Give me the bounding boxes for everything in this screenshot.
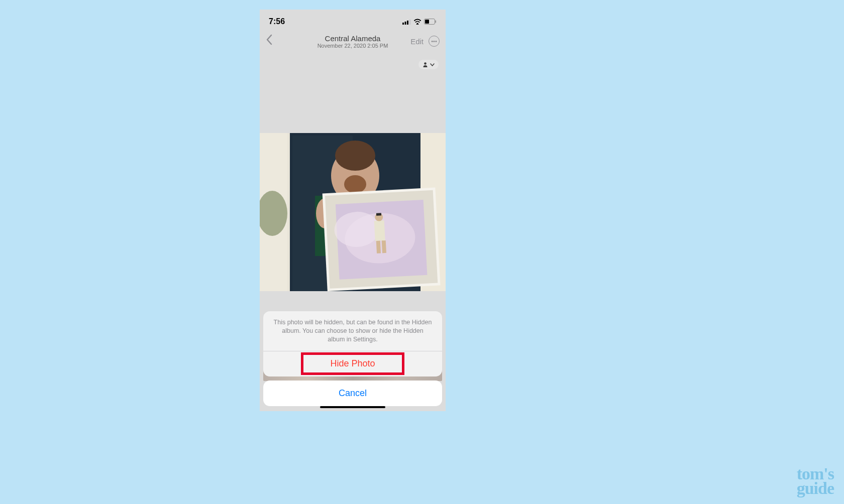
svg-rect-0 [402,23,404,25]
action-sheet: This photo will be hidden, but can be fo… [263,311,442,406]
home-indicator[interactable] [320,406,385,409]
cancel-button[interactable]: Cancel [263,381,442,406]
hide-photo-button[interactable]: Hide Photo [263,351,442,376]
person-icon [423,62,428,67]
svg-rect-1 [405,22,406,25]
status-icons [402,19,437,25]
svg-rect-3 [409,20,411,25]
svg-rect-30 [382,240,386,253]
watermark-line2: guide [797,481,834,496]
status-bar: 7:56 [260,10,446,29]
photo-viewer[interactable] [260,133,446,291]
battery-icon [424,19,437,25]
svg-rect-26 [374,220,385,241]
edit-button[interactable]: Edit [410,37,424,46]
svg-point-8 [424,62,427,65]
watermark: tom's guide [797,467,834,496]
svg-rect-2 [407,21,408,25]
svg-rect-29 [376,240,381,253]
wifi-icon [413,19,421,25]
annotation-highlight [301,352,404,375]
status-time: 7:56 [269,17,285,26]
more-button[interactable]: ••• [429,36,440,47]
chevron-down-icon [430,63,435,66]
nav-title: Central Alameda [286,34,419,43]
nav-bar: Central Alameda November 22, 2020 2:05 P… [260,29,446,54]
people-tag-pill[interactable] [418,60,439,69]
svg-rect-6 [436,21,437,23]
back-button[interactable] [266,34,272,48]
svg-point-4 [417,23,418,25]
svg-rect-7 [425,20,429,24]
svg-point-17 [344,175,366,193]
nav-subtitle: November 22, 2020 2:05 PM [286,43,419,49]
svg-rect-28 [376,213,381,216]
sheet-message: This photo will be hidden, but can be fo… [263,311,442,351]
action-sheet-card: This photo will be hidden, but can be fo… [263,311,442,376]
phone-screenshot: 7:56 Central A [260,10,446,411]
nav-title-group: Central Alameda November 22, 2020 2:05 P… [286,34,419,49]
svg-point-16 [335,141,375,171]
cellular-icon [402,19,411,25]
